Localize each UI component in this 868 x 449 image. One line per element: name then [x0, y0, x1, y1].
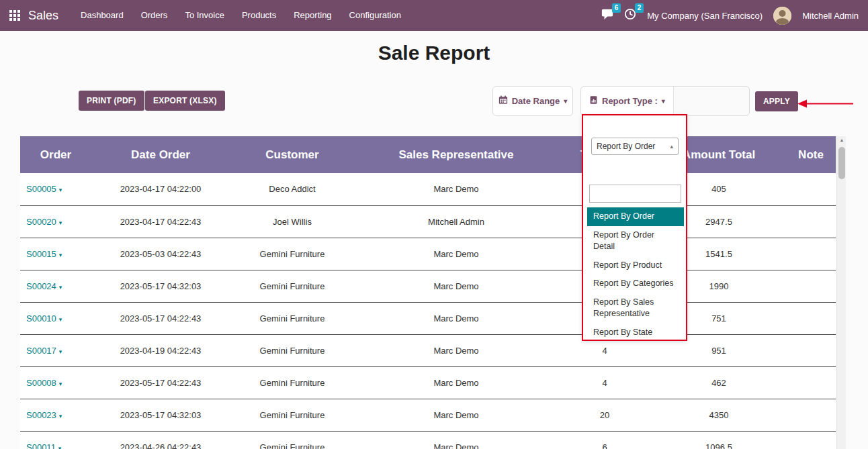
report-icon	[589, 95, 598, 107]
caret-down-icon[interactable]: ▾	[59, 348, 62, 355]
report-type-dropdown-toggle[interactable]: Report Type : ▾	[581, 87, 674, 115]
sales-rep-cell: Marc Demo	[355, 302, 558, 334]
caret-down-icon[interactable]: ▾	[58, 445, 62, 449]
caret-down-icon[interactable]: ▾	[59, 252, 62, 258]
export-xlsx-button[interactable]: EXPORT (XLSX)	[145, 91, 225, 111]
date-order-cell: 2023-04-19 04:22:43	[91, 334, 230, 366]
total-qty-cell: 4	[558, 366, 652, 399]
table-row: S00010▾2023-05-17 04:22:43Gemini Furnitu…	[20, 302, 836, 334]
menu-item-dashboard[interactable]: Dashboard	[72, 0, 132, 31]
sales-rep-cell: Marc Demo	[355, 238, 558, 270]
caret-down-icon[interactable]: ▾	[59, 316, 62, 323]
note-cell	[786, 334, 836, 366]
column-header: Customer	[230, 136, 355, 173]
column-header: Note	[786, 136, 836, 173]
date-order-cell: 2023-05-17 04:32:03	[91, 399, 230, 431]
table-row: S00008▾2023-05-17 04:22:43Gemini Furnitu…	[20, 366, 836, 399]
date-order-cell: 2023-04-17 04:22:00	[91, 173, 230, 205]
report-type-option[interactable]: Report By Categories	[587, 275, 684, 293]
order-cell: S00023▾	[20, 399, 91, 431]
date-order-cell: 2023-05-17 04:22:43	[91, 302, 230, 334]
order-cell: S00011▾	[20, 431, 91, 449]
order-link[interactable]: S00010▾	[26, 313, 62, 323]
caret-down-icon[interactable]: ▾	[59, 381, 62, 387]
caret-down-icon[interactable]: ▾	[59, 219, 62, 226]
order-link[interactable]: S00023▾	[26, 410, 62, 420]
caret-down-icon[interactable]: ▾	[59, 284, 62, 291]
column-header: Sales Representative	[355, 136, 558, 173]
activities-button[interactable]: 2	[624, 8, 636, 23]
total-qty-cell: 20	[558, 399, 652, 431]
apps-grid-icon[interactable]	[9, 10, 20, 21]
order-link[interactable]: S00015▾	[26, 249, 62, 259]
report-type-option[interactable]: Report By Product	[587, 256, 684, 275]
report-type-search-input[interactable]	[589, 185, 681, 203]
scroll-up-arrow-icon[interactable]: ▲	[837, 138, 847, 142]
table-row: S00023▾2023-05-17 04:32:03Gemini Furnitu…	[20, 399, 836, 431]
order-link[interactable]: S00017▾	[26, 346, 62, 356]
menu-item-products[interactable]: Products	[233, 0, 285, 31]
note-cell	[786, 431, 836, 449]
note-cell	[786, 270, 836, 302]
caret-down-icon[interactable]: ▾	[59, 187, 62, 193]
total-qty-cell: 6	[558, 431, 652, 449]
table-row: S00017▾2023-04-19 04:22:43Gemini Furnitu…	[20, 334, 836, 366]
menu-item-to-invoice[interactable]: To Invoice	[176, 0, 233, 31]
activities-badge: 2	[635, 3, 644, 13]
order-link[interactable]: S00020▾	[26, 217, 62, 227]
calendar-icon	[498, 95, 508, 107]
menu-item-configuration[interactable]: Configuration	[341, 0, 410, 31]
scrollbar-thumb[interactable]	[838, 147, 845, 179]
amount-total-cell: 1096.5	[652, 431, 786, 449]
user-menu[interactable]: Mitchell Admin	[802, 11, 859, 21]
note-cell	[786, 399, 836, 431]
vertical-scrollbar[interactable]: ▲	[836, 136, 846, 449]
customer-cell: Deco Addict	[230, 173, 355, 205]
date-order-cell: 2023-04-17 04:22:43	[91, 205, 230, 238]
report-type-option[interactable]: Report By Order Detail	[587, 226, 684, 256]
order-link[interactable]: S00024▾	[26, 281, 62, 291]
sales-rep-cell: Marc Demo	[355, 399, 558, 431]
report-type-select[interactable]: Report By Order ▴	[591, 138, 679, 155]
page-title: Sale Report	[0, 42, 868, 64]
order-link[interactable]: S00008▾	[26, 378, 62, 388]
report-type-dropdown-panel: Report By Order ▴ Report By OrderReport …	[582, 114, 687, 341]
order-link[interactable]: S00005▾	[26, 184, 62, 194]
order-cell: S00008▾	[20, 366, 91, 399]
report-type-option[interactable]: Report By Sales Representative	[587, 293, 684, 323]
customer-cell: Gemini Furniture	[230, 302, 355, 334]
amount-total-cell: 462	[652, 366, 786, 399]
amount-total-cell: 4350	[652, 399, 786, 431]
report-type-option[interactable]: Report By Order	[587, 207, 684, 226]
customer-cell: Gemini Furniture	[230, 238, 355, 270]
order-cell: S00024▾	[20, 270, 91, 302]
date-range-dropdown[interactable]: Date Range ▾	[492, 86, 573, 116]
order-link[interactable]: S00011▾	[26, 442, 61, 449]
avatar[interactable]	[773, 7, 791, 25]
report-type-option[interactable]: Report By State	[587, 323, 684, 342]
menu-item-orders[interactable]: Orders	[132, 0, 177, 31]
apply-button[interactable]: APPLY	[755, 91, 798, 111]
sales-rep-cell: Marc Demo	[355, 270, 558, 302]
table-row: S00024▾2023-05-17 04:32:03Gemini Furnitu…	[20, 270, 836, 302]
app-brand[interactable]: Sales	[28, 9, 58, 23]
note-cell	[786, 302, 836, 334]
print-pdf-button[interactable]: PRINT (PDF)	[79, 91, 144, 111]
order-cell: S00015▾	[20, 238, 91, 270]
date-order-cell: 2023-05-03 04:22:43	[91, 238, 230, 270]
report-type-selected-value: Report By Order	[597, 142, 655, 151]
messages-badge: 6	[612, 3, 621, 13]
note-cell	[786, 366, 836, 399]
annotation-arrow	[797, 99, 855, 109]
caret-up-icon: ▴	[670, 143, 673, 150]
caret-down-icon: ▾	[564, 97, 567, 105]
messages-button[interactable]: 6	[601, 8, 613, 23]
sales-rep-cell: Marc Demo	[355, 334, 558, 366]
date-order-cell: 2023-05-17 04:22:43	[91, 366, 230, 399]
date-range-label: Date Range	[512, 96, 560, 106]
customer-cell: Gemini Furniture	[230, 270, 355, 302]
company-switcher[interactable]: My Company (San Francisco)	[647, 11, 763, 21]
table-row: S00020▾2023-04-17 04:22:43Joel WillisMit…	[20, 205, 836, 238]
caret-down-icon[interactable]: ▾	[59, 413, 62, 419]
menu-item-reporting[interactable]: Reporting	[285, 0, 340, 31]
